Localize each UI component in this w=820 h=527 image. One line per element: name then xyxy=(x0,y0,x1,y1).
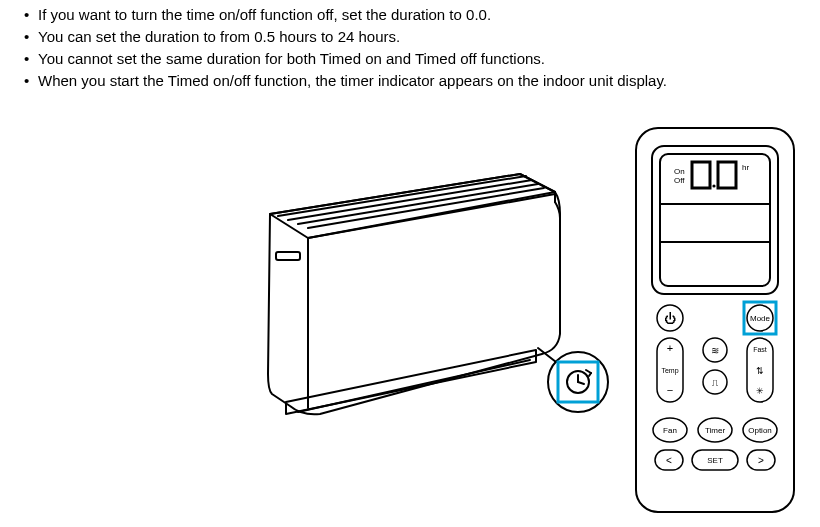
fast-bot-icon: ✳ xyxy=(756,386,764,396)
temp-label: Temp xyxy=(661,367,678,375)
option-label: Option xyxy=(748,426,772,435)
remote-illustration: On Off hr ⏻ Mode + Temp xyxy=(630,124,810,524)
timer-label: Timer xyxy=(705,426,725,435)
list-item: You can set the duration to from 0.5 hou… xyxy=(24,26,820,48)
fast-label: Fast xyxy=(753,346,767,353)
list-item: When you start the Timed on/off function… xyxy=(24,70,820,92)
set-label: SET xyxy=(707,456,723,465)
bullet-text: If you want to turn the time on/off func… xyxy=(38,6,491,23)
fast-mid-icon: ⇅ xyxy=(756,366,764,376)
fan-label: Fan xyxy=(663,426,677,435)
svg-line-0 xyxy=(278,176,526,216)
power-icon: ⏻ xyxy=(664,312,676,326)
bullet-text: You can set the duration to from 0.5 hou… xyxy=(38,28,400,45)
bullet-text: You cannot set the same duration for bot… xyxy=(38,50,545,67)
swing-icon: ≋ xyxy=(711,345,719,356)
fast-rocker[interactable]: Fast ⇅ ✳ xyxy=(747,338,773,402)
instruction-list: If you want to turn the time on/off func… xyxy=(24,4,820,92)
bullet-text: When you start the Timed on/off function… xyxy=(38,72,667,89)
svg-rect-19 xyxy=(692,162,710,188)
right-icon: > xyxy=(758,455,764,466)
list-item: If you want to turn the time on/off func… xyxy=(24,4,820,26)
airflow-icon: ⎍ xyxy=(712,377,718,388)
svg-rect-6 xyxy=(276,252,300,260)
svg-rect-15 xyxy=(652,146,778,294)
list-item: You cannot set the same duration for bot… xyxy=(24,48,820,70)
temp-minus: − xyxy=(667,384,673,396)
display-on-label: On xyxy=(674,167,685,176)
svg-rect-20 xyxy=(718,162,736,188)
mode-label: Mode xyxy=(750,314,771,323)
svg-line-10 xyxy=(578,382,584,384)
svg-line-1 xyxy=(288,180,532,220)
display-off-label: Off xyxy=(674,176,685,185)
display-digits xyxy=(692,162,736,188)
temp-plus: + xyxy=(667,342,673,354)
display-hr-label: hr xyxy=(742,163,749,172)
svg-point-21 xyxy=(712,184,715,187)
temp-rocker[interactable]: + Temp − xyxy=(657,338,683,402)
svg-line-3 xyxy=(308,188,544,228)
indoor-unit-illustration xyxy=(180,144,640,444)
left-icon: < xyxy=(666,455,672,466)
svg-line-12 xyxy=(589,373,591,376)
